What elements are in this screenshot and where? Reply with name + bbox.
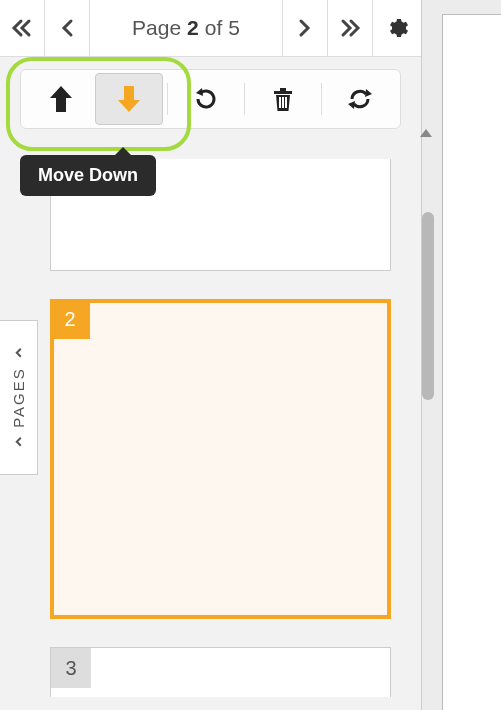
scroll-up-arrow[interactable]	[419, 128, 433, 138]
scrollbar-thumb[interactable]	[422, 212, 434, 400]
next-page-button[interactable]	[283, 0, 328, 56]
tooltip-text: Move Down	[38, 165, 138, 185]
page-action-toolbar	[20, 69, 401, 129]
svg-rect-0	[279, 97, 281, 108]
double-chevron-right-icon	[339, 18, 361, 38]
chevron-right-icon	[298, 18, 312, 38]
first-page-button[interactable]	[0, 0, 45, 56]
delete-button[interactable]	[249, 73, 317, 125]
pager-bar: Page 2 of 5	[0, 0, 421, 57]
pages-panel-tab[interactable]: PAGES	[0, 320, 38, 475]
prev-page-button[interactable]	[45, 0, 90, 56]
refresh-icon	[346, 85, 374, 113]
trash-icon	[271, 85, 295, 113]
page-thumbnail[interactable]: 3	[50, 647, 391, 697]
thumbnail-pane[interactable]: 2 3	[0, 129, 421, 710]
chevron-left-icon	[13, 436, 25, 448]
page-indicator: Page 2 of 5	[90, 0, 283, 56]
toolbar-divider	[321, 83, 322, 115]
toolbar-divider	[167, 83, 168, 115]
pages-tab-label: PAGES	[10, 367, 27, 428]
page-separator: of	[205, 16, 223, 40]
svg-rect-2	[285, 97, 287, 108]
gear-icon	[385, 16, 409, 40]
last-page-button[interactable]	[328, 0, 373, 56]
move-down-button[interactable]	[95, 73, 163, 125]
page-number-badge: 3	[51, 648, 91, 688]
toolbar-divider	[244, 83, 245, 115]
settings-button[interactable]	[373, 0, 421, 56]
arrow-down-icon	[116, 84, 142, 114]
chevron-left-icon	[60, 18, 74, 38]
page-prefix: Page	[132, 16, 181, 40]
rotate-ccw-icon	[192, 85, 220, 113]
chevron-left-icon	[13, 347, 25, 359]
page-current: 2	[187, 16, 199, 40]
tooltip: Move Down	[20, 155, 156, 196]
document-preview[interactable]	[442, 14, 501, 710]
document-preview-gutter	[421, 0, 501, 710]
double-chevron-left-icon	[11, 18, 33, 38]
refresh-button[interactable]	[326, 73, 394, 125]
triangle-up-icon	[419, 128, 433, 138]
svg-rect-1	[282, 97, 284, 108]
move-up-button[interactable]	[27, 73, 95, 125]
page-thumbnail-selected[interactable]: 2	[50, 299, 391, 619]
arrow-up-icon	[48, 84, 74, 114]
page-number-badge: 2	[50, 299, 90, 339]
rotate-button[interactable]	[172, 73, 240, 125]
page-total: 5	[228, 16, 240, 40]
